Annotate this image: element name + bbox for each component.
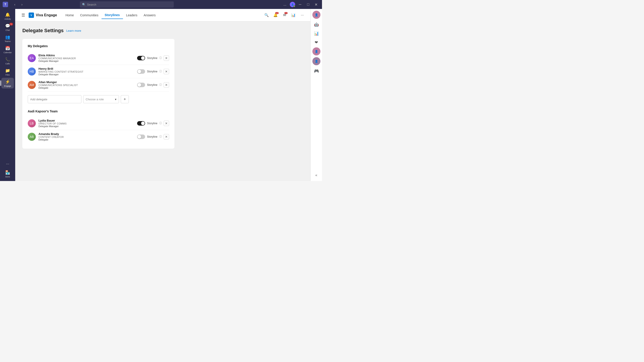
nav-link-home[interactable]: Home [62,12,77,19]
storyline-label-allan: Storyline [147,83,158,86]
notifications-button[interactable]: 🔔 12 [272,12,279,19]
calendar-icon: 📅 [5,45,10,51]
toggle-amanda[interactable] [137,134,145,139]
copilot-icon[interactable]: 🤖 [312,20,320,28]
hamburger-button[interactable]: ☰ [20,12,27,19]
sidebar-item-calendar[interactable]: 📅 Calendar [1,44,14,55]
remove-amanda-button[interactable]: ✕ [164,134,169,139]
notifications-badge: 12 [275,12,278,14]
right-sidebar-avatar-2[interactable]: 👤 [312,47,320,55]
delegate-job-title-henry: MARKETING CONTENT STRATEGIST [38,70,134,73]
heart-icon[interactable]: ❤ [312,38,320,46]
main-content: Delegate Settings Learn more My Delegate… [15,21,310,181]
remove-henry-button[interactable]: ✕ [164,69,169,74]
delegate-avatar-amanda: AB [28,133,36,141]
delegate-info-henry: Henry Brill MARKETING CONTENT STRATEGIST… [38,67,134,76]
minimize-button[interactable]: ─ [297,1,303,7]
sidebar-item-activity[interactable]: 🔔 Activity [1,11,14,21]
toggle-allan[interactable] [137,83,145,87]
info-icon-lydia[interactable]: ⓘ [159,121,162,125]
collapse-button[interactable]: « [312,171,320,179]
role-dropdown[interactable]: Choose a role ▾ [83,95,119,103]
user-avatar[interactable]: 👤 [290,2,295,7]
nav-link-communities[interactable]: Communities [77,12,102,19]
sidebar-item-store[interactable]: 🏪 Store [1,168,14,179]
top-nav-links: Home Communities Storylines Leaders Answ… [62,11,159,19]
game-icon[interactable]: 🎮 [312,67,320,75]
remove-elvia-button[interactable]: ✕ [164,55,169,61]
info-icon-allan[interactable]: ⓘ [159,83,162,87]
right-sidebar-avatar-3[interactable]: 👤 [312,57,320,65]
delegate-type-elvia: Delegate Manager [38,60,134,62]
close-button[interactable]: ✕ [313,1,319,7]
forward-button[interactable]: › [19,1,25,7]
title-bar-right: ... 👤 ─ □ ✕ [282,1,319,7]
store-icon: 🏪 [5,170,10,175]
content-area: ☰ V Viva Engage Home Communities Storyli… [15,9,322,181]
title-bar: T ‹ › 🔍 Search ... 👤 ─ □ ✕ [0,0,322,9]
nav-link-leaders[interactable]: Leaders [123,12,141,19]
storyline-label-lydia: Storyline [147,122,158,125]
toggle-lydia[interactable] [137,121,145,126]
search-button[interactable]: 🔍 [263,12,270,19]
delegate-type-lydia: Delegate Manager [38,125,134,128]
top-more-button[interactable]: ··· [299,12,306,19]
delegate-avatar-allan: AM [28,81,36,89]
search-bar[interactable]: 🔍 Search [80,1,174,7]
storyline-label-henry: Storyline [147,70,158,73]
sidebar-item-teams[interactable]: 👥 Teams [1,33,14,44]
remove-allan-button[interactable]: ✕ [164,82,169,88]
top-nav-right: 🔍 🔔 12 ✉ 5 📊 ··· [263,12,306,19]
settings-card: My Delegates EA Elvia Atkins COMMUNICATI… [22,39,174,149]
toggle-thumb-elvia [141,56,145,60]
delegate-type-amanda: Delegate [38,138,134,141]
nav-link-storylines[interactable]: Storylines [102,11,123,19]
back-button[interactable]: ‹ [12,1,18,7]
teams-logo: T [3,2,8,7]
sidebar-label-engage: Engage [4,85,11,87]
delegate-type-henry: Delegate Manager [38,73,134,76]
delegate-row-amanda: AB Amanda Brady CONTENT CREATOR Delegate [28,130,169,143]
sidebar-item-engage[interactable]: ⚡ Engage [1,78,14,88]
sidebar-item-chat[interactable]: 1 💬 Chat [1,22,14,33]
messages-button[interactable]: ✉ 5 [281,12,288,19]
delegate-job-title-amanda: CONTENT CREATOR [38,136,134,138]
add-delegate-button[interactable]: + [121,95,129,103]
delegate-row-lydia: LB Lydia Bauer DIRECTOR OF COMMS Delegat… [28,117,169,130]
right-sidebar-avatar-1[interactable]: 👤 [312,11,320,19]
chart-icon[interactable]: 📊 [312,29,320,37]
learn-more-link[interactable]: Learn more [66,29,81,32]
delegate-info-amanda: Amanda Brady CONTENT CREATOR Delegate [38,132,134,141]
maximize-button[interactable]: □ [305,1,311,7]
info-icon-elvia[interactable]: ⓘ [159,56,162,60]
delegate-controls-amanda: Storyline ⓘ ✕ [137,134,169,139]
toggle-elvia[interactable] [137,56,145,60]
info-icon-amanda[interactable]: ⓘ [159,135,162,139]
more-options-button[interactable]: ... [282,1,288,7]
team-section-title: Aadi Kapoor's Team [28,109,169,113]
delegate-row-allan: AM Allan Munger COMMUNICATIONS SPECIALIS… [28,78,169,92]
sidebar-item-files[interactable]: 📁 Files [1,67,14,77]
delegate-name-allan: Allan Munger [38,80,134,84]
add-delegate-input[interactable] [28,95,82,103]
teams-icon: 👥 [5,34,10,40]
toggle-thumb-amanda [138,135,141,139]
nav-link-answers[interactable]: Answers [140,12,159,19]
info-icon-henry[interactable]: ⓘ [159,69,162,73]
sidebar-label-calls: Calls [5,62,10,65]
delegate-info-elvia: Elvia Atkins COMMUNICATIONS MANAGER Dele… [38,54,134,62]
delegate-type-allan: Delegate [38,86,134,89]
engage-icon: ⚡ [5,79,10,84]
toggle-henry[interactable] [137,69,145,74]
title-nav: ‹ › [12,1,25,7]
files-icon: 📁 [5,68,10,73]
activity-icon: 🔔 [5,12,10,17]
sidebar-item-calls[interactable]: 📞 Calls [1,55,14,66]
sidebar-more-button[interactable]: ··· [6,160,9,168]
sidebar-label-activity: Activity [4,18,11,20]
analytics-button[interactable]: 📊 [290,12,297,19]
delegate-info-allan: Allan Munger COMMUNICATIONS SPECIALIST D… [38,80,134,89]
viva-engage-logo-icon: V [28,12,34,18]
remove-lydia-button[interactable]: ✕ [164,121,169,126]
sidebar-label-chat: Chat [5,29,10,31]
